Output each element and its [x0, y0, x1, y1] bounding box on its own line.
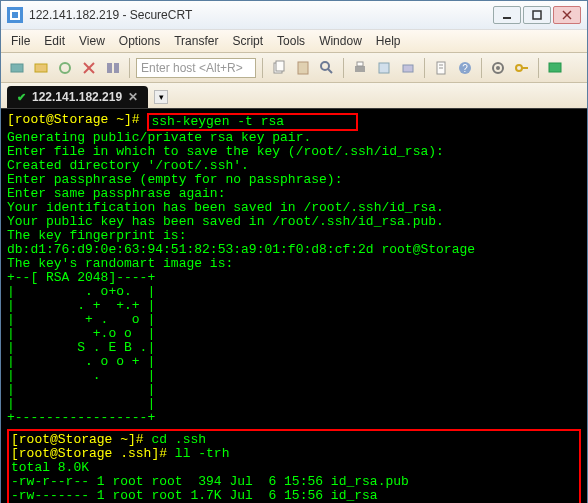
- terminal-line: The key's randomart image is:: [7, 256, 233, 271]
- svg-rect-15: [276, 61, 284, 71]
- options-icon[interactable]: [374, 58, 394, 78]
- key-icon[interactable]: [512, 58, 532, 78]
- maximize-button[interactable]: [523, 6, 551, 24]
- menu-script[interactable]: Script: [232, 34, 263, 48]
- svg-rect-20: [357, 62, 363, 66]
- paste-icon[interactable]: [293, 58, 313, 78]
- tab-dropdown-icon[interactable]: ▾: [154, 90, 168, 104]
- disconnect-icon[interactable]: [79, 58, 99, 78]
- minimize-button[interactable]: [493, 6, 521, 24]
- command: ssh-keygen -t rsa: [151, 114, 284, 129]
- command: ll -trh: [175, 446, 230, 461]
- terminal-line: Generating public/private rsa key pair.: [7, 130, 311, 145]
- help-icon[interactable]: ?: [455, 58, 475, 78]
- terminal-line: Enter file in which to save the key (/ro…: [7, 144, 444, 159]
- highlight-box-2: [root@Storage ~]# cd .ssh [root@Storage …: [7, 429, 581, 503]
- terminal-line: Your public key has been saved in /root/…: [7, 214, 444, 229]
- menu-options[interactable]: Options: [119, 34, 160, 48]
- svg-text:?: ?: [462, 63, 468, 74]
- host-placeholder: Enter host <Alt+R>: [141, 61, 243, 75]
- svg-point-29: [496, 66, 500, 70]
- settings-icon[interactable]: [488, 58, 508, 78]
- svg-rect-32: [549, 63, 561, 72]
- terminal-line: -rw-r--r-- 1 root root 394 Jul 6 15:56 i…: [11, 474, 409, 489]
- menu-window[interactable]: Window: [319, 34, 362, 48]
- reconnect-icon[interactable]: [55, 58, 75, 78]
- titlebar: 122.141.182.219 - SecureCRT: [1, 1, 587, 29]
- menubar: File Edit View Options Transfer Script T…: [1, 29, 587, 53]
- terminal-line: -rw------- 1 root root 1.7K Jul 6 15:56 …: [11, 488, 378, 503]
- prompt: [root@Storage ~]#: [11, 432, 151, 447]
- tab-close-icon[interactable]: ✕: [128, 90, 138, 104]
- command: cd .ssh: [151, 432, 206, 447]
- screen-icon[interactable]: [545, 58, 565, 78]
- menu-transfer[interactable]: Transfer: [174, 34, 218, 48]
- menu-edit[interactable]: Edit: [44, 34, 65, 48]
- svg-rect-16: [298, 62, 308, 74]
- svg-rect-19: [355, 66, 365, 72]
- print-icon[interactable]: [350, 58, 370, 78]
- svg-rect-22: [403, 65, 413, 72]
- svg-rect-8: [35, 64, 47, 72]
- connect-icon[interactable]: [7, 58, 27, 78]
- tab-label: 122.141.182.219: [32, 90, 122, 104]
- terminal-line: Enter passphrase (empty for no passphras…: [7, 172, 342, 187]
- svg-point-17: [321, 62, 329, 70]
- svg-line-18: [328, 69, 332, 73]
- svg-rect-7: [11, 64, 23, 72]
- tabbar: ✔ 122.141.182.219 ✕ ▾: [1, 83, 587, 109]
- randomart: +--[ RSA 2048]----+ | . o+o. | | . + +.+…: [7, 270, 155, 425]
- quick-connect-icon[interactable]: [31, 58, 51, 78]
- properties-icon[interactable]: [431, 58, 451, 78]
- terminal[interactable]: [root@Storage ~]# ssh-keygen -t rsa Gene…: [1, 109, 587, 503]
- svg-rect-4: [533, 11, 541, 19]
- check-icon: ✔: [17, 91, 26, 104]
- menu-file[interactable]: File: [11, 34, 30, 48]
- tab-session[interactable]: ✔ 122.141.182.219 ✕: [7, 86, 148, 108]
- menu-view[interactable]: View: [79, 34, 105, 48]
- terminal-line: Enter same passphrase again:: [7, 186, 225, 201]
- toolbar-separator: [424, 58, 425, 78]
- terminal-line: Your identification has been saved in /r…: [7, 200, 444, 215]
- prompt: [root@Storage .ssh]#: [11, 446, 175, 461]
- toolbar-separator: [262, 58, 263, 78]
- svg-point-9: [60, 63, 70, 73]
- terminal-line: db:d1:76:d9:0e:63:94:51:82:53:a9:01:f0:d…: [7, 242, 475, 257]
- menu-help[interactable]: Help: [376, 34, 401, 48]
- toolbar: Enter host <Alt+R> ?: [1, 53, 587, 83]
- find-icon[interactable]: [317, 58, 337, 78]
- menu-tools[interactable]: Tools: [277, 34, 305, 48]
- svg-rect-12: [107, 63, 112, 73]
- copy-icon[interactable]: [269, 58, 289, 78]
- window-title: 122.141.182.219 - SecureCRT: [29, 8, 493, 22]
- terminal-line: Created directory '/root/.ssh'.: [7, 158, 249, 173]
- sftp-icon[interactable]: [398, 58, 418, 78]
- toolbar-separator: [343, 58, 344, 78]
- terminal-line: total 8.0K: [11, 460, 89, 475]
- sessions-icon[interactable]: [103, 58, 123, 78]
- toolbar-separator: [481, 58, 482, 78]
- svg-rect-13: [114, 63, 119, 73]
- svg-rect-21: [379, 63, 389, 73]
- toolbar-separator: [129, 58, 130, 78]
- svg-rect-2: [12, 12, 18, 18]
- app-icon: [7, 7, 23, 23]
- prompt: [root@Storage ~]#: [7, 113, 147, 131]
- host-input[interactable]: Enter host <Alt+R>: [136, 58, 256, 78]
- close-button[interactable]: [553, 6, 581, 24]
- toolbar-separator: [538, 58, 539, 78]
- terminal-line: The key fingerprint is:: [7, 228, 186, 243]
- svg-point-30: [516, 65, 522, 71]
- highlight-box-1: ssh-keygen -t rsa: [147, 113, 358, 131]
